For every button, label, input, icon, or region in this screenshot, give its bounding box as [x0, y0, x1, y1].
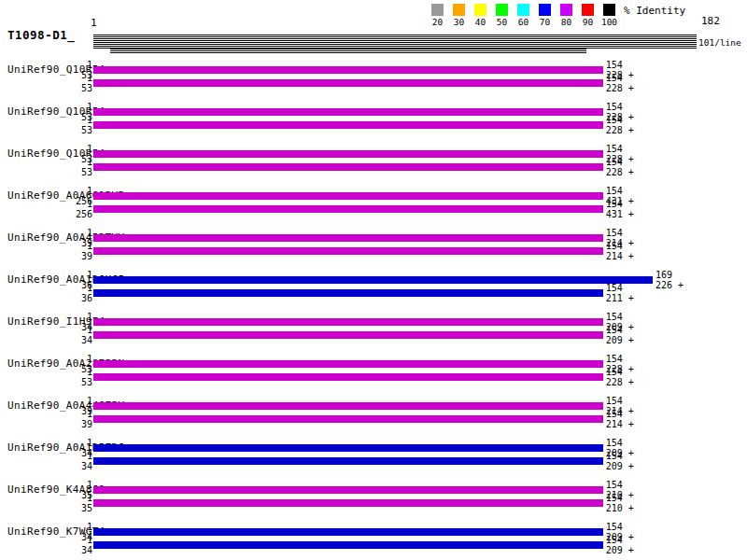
query-start-label: 1	[87, 439, 92, 447]
query-start-label: 1	[87, 355, 92, 363]
query-end-label: 154	[606, 284, 623, 292]
legend-color-swatch	[539, 4, 551, 16]
alignment-bar[interactable]	[93, 541, 603, 549]
alignment-bar[interactable]	[93, 247, 603, 255]
identity-legend: 2030405060708090100	[431, 4, 615, 26]
legend-percent-label: 40	[475, 18, 486, 26]
query-end-label: 154	[606, 200, 623, 208]
legend-item: 70	[539, 4, 551, 26]
query-start-label: 1	[87, 536, 92, 544]
subject-start-label: 34	[81, 546, 92, 554]
alignment-bar[interactable]	[93, 528, 603, 536]
alignment-bar[interactable]	[93, 276, 653, 284]
legend-percent-label: 30	[454, 18, 464, 26]
alignment-bar[interactable]	[93, 121, 603, 129]
alignment-bar[interactable]	[93, 486, 603, 494]
legend-item: 40	[474, 4, 486, 26]
legend-percent-label: 60	[518, 18, 529, 26]
query-start-label: 1	[87, 368, 92, 376]
alignment-bar[interactable]	[93, 457, 603, 465]
legend-color-swatch	[560, 4, 572, 16]
subject-start-label: 53	[81, 84, 92, 92]
query-end-label: 154	[606, 313, 623, 321]
hit-row: UniRef90_A0A446ZPV139154214 +139154214 +	[0, 396, 747, 438]
alignment-bar[interactable]	[93, 331, 603, 339]
query-start-label: 1	[87, 242, 92, 250]
alignment-bar[interactable]	[93, 289, 603, 297]
alignment-bar[interactable]	[93, 150, 603, 158]
legend-color-swatch	[496, 4, 508, 16]
legend-color-swatch	[582, 4, 594, 16]
query-ruler-bar-line1	[93, 35, 697, 49]
legend-color-swatch	[474, 4, 486, 16]
query-start-label: 1	[87, 74, 92, 82]
subject-end-strand-label: 209 +	[606, 546, 634, 554]
query-end-label: 154	[606, 74, 623, 82]
legend-color-swatch	[431, 4, 444, 16]
query-start-label: 1	[87, 452, 92, 460]
alignment-bar[interactable]	[93, 318, 603, 326]
query-end-label: 154	[606, 452, 623, 460]
subject-start-label: 53	[81, 168, 92, 176]
query-end-label: 154	[606, 187, 623, 195]
legend-item: 30	[453, 4, 465, 26]
query-end-label: 154	[606, 523, 623, 531]
legend-color-swatch	[603, 4, 615, 16]
alignment-bar[interactable]	[93, 79, 603, 87]
query-end-label: 154	[606, 355, 623, 363]
legend-color-swatch	[517, 4, 529, 16]
alignment-bar[interactable]	[93, 373, 603, 381]
subject-end-strand-label: 431 +	[606, 210, 634, 218]
query-start-label: 1	[87, 145, 92, 153]
subject-start-label: 39	[81, 420, 92, 428]
subject-end-strand-label: 228 +	[606, 126, 634, 134]
query-end-label: 154	[606, 116, 623, 124]
legend-percent-label: 100	[601, 18, 617, 26]
legend-item: 20	[431, 4, 444, 26]
query-start-label: 1	[87, 116, 92, 124]
alignment-bar[interactable]	[93, 108, 603, 116]
alignment-bar[interactable]	[93, 234, 603, 242]
legend-item: 90	[582, 4, 594, 26]
query-start-label: 1	[87, 229, 92, 237]
alignment-bar[interactable]	[93, 444, 603, 452]
residues-per-line-label: 101/line	[698, 37, 741, 48]
query-end-label: 154	[606, 494, 623, 502]
query-ruler-bar-line2	[110, 49, 586, 54]
hit-row: UniRef90_A0A1D5ZD6134154209 +134154209 +	[0, 438, 747, 480]
legend-item: 100	[603, 4, 615, 26]
alignment-bar[interactable]	[93, 205, 603, 213]
subject-end-strand-label: 214 +	[606, 420, 634, 428]
hit-row: UniRef90_K7WGT4134154209 +134154209 +	[0, 522, 747, 560]
query-start-label: 1	[87, 158, 92, 166]
alignment-bar[interactable]	[93, 66, 603, 74]
ruler-end-label: 182	[701, 15, 720, 27]
query-start-label: 1	[87, 313, 92, 321]
legend-percent-label: 70	[540, 18, 550, 26]
query-end-label: 169	[655, 271, 672, 279]
alignment-bar[interactable]	[93, 360, 603, 368]
subject-end-strand-label: 209 +	[606, 336, 634, 344]
query-start-label: 1	[87, 326, 92, 334]
alignment-bar[interactable]	[93, 499, 603, 507]
alignment-bar[interactable]	[93, 415, 603, 423]
subject-start-label: 34	[81, 462, 92, 470]
subject-end-strand-label: 228 +	[606, 168, 634, 176]
alignment-hitmap: T1098-D1_ 2030405060708090100 % Identity…	[0, 0, 747, 560]
subject-end-strand-label: 214 +	[606, 252, 634, 260]
query-start-label: 1	[87, 271, 92, 279]
subject-start-label: 34	[81, 336, 92, 344]
alignment-bar[interactable]	[93, 192, 603, 200]
query-end-label: 154	[606, 481, 623, 489]
query-end-label: 154	[606, 439, 623, 447]
legend-title: % Identity	[624, 5, 685, 17]
query-end-label: 154	[606, 368, 623, 376]
alignment-bar[interactable]	[93, 163, 603, 171]
query-title: T1098-D1_	[7, 28, 75, 42]
query-end-label: 154	[606, 145, 623, 153]
ruler-start-label: 1	[91, 17, 97, 29]
query-end-label: 154	[606, 103, 623, 111]
query-start-label: 1	[87, 410, 92, 418]
alignment-bar[interactable]	[93, 402, 603, 410]
subject-end-strand-label: 210 +	[606, 504, 634, 512]
